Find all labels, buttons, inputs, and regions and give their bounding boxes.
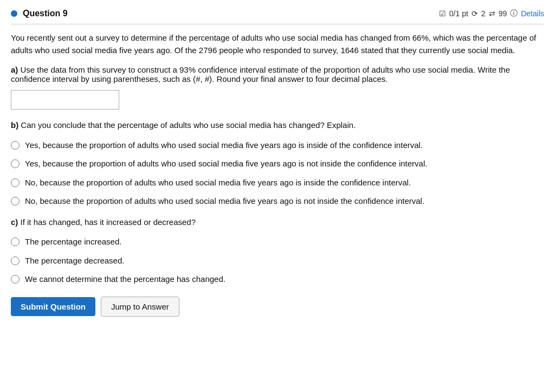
submit-question-button[interactable]: Submit Question xyxy=(11,297,95,316)
part-c-radio-3[interactable] xyxy=(11,275,20,284)
part-c-question-text: If it has changed, has it increased or d… xyxy=(21,217,196,227)
jump-to-answer-button[interactable]: Jump to Answer xyxy=(101,297,179,317)
score-value: 0/1 pt xyxy=(449,9,468,18)
attempts-icon: ⟳ xyxy=(472,9,478,18)
question-header-right: ☑ 0/1 pt ⟳ 2 ⇄ 99 ⓘ Details xyxy=(439,9,544,18)
part-b-label: b) xyxy=(11,120,18,130)
question-container: Question 9 ☑ 0/1 pt ⟳ 2 ⇄ 99 ⓘ Details Y… xyxy=(0,0,555,327)
info-icon: ⓘ xyxy=(510,9,518,18)
part-a-question: a) Use the data from this survey to cons… xyxy=(11,65,544,83)
question-body-text: You recently sent out a survey to determ… xyxy=(11,32,544,56)
details-link[interactable]: Details xyxy=(521,9,544,18)
part-a: a) Use the data from this survey to cons… xyxy=(11,65,544,110)
part-c-option-2[interactable]: The percentage decreased. xyxy=(11,255,544,267)
part-c-label: c) xyxy=(11,217,18,227)
question-header: Question 9 ☑ 0/1 pt ⟳ 2 ⇄ 99 ⓘ Details xyxy=(11,9,544,24)
part-c-option-3[interactable]: We cannot determine that the percentage … xyxy=(11,273,544,286)
part-b-question: b) Can you conclude that the percentage … xyxy=(11,119,544,132)
question-dot-icon xyxy=(11,10,17,17)
part-b-radio-4[interactable] xyxy=(11,197,20,205)
part-b-option-3-text: No, because the proportion of adults who… xyxy=(25,177,411,189)
part-a-question-text: Use the data from this survey to constru… xyxy=(11,65,510,83)
part-b: b) Can you conclude that the percentage … xyxy=(11,119,544,208)
part-b-option-2-text: Yes, because the proportion of adults wh… xyxy=(25,158,427,170)
part-b-option-4-text: No, because the proportion of adults who… xyxy=(25,195,424,208)
question-header-left: Question 9 xyxy=(11,9,68,18)
part-b-radio-1[interactable] xyxy=(11,141,20,150)
part-b-option-1-text: Yes, because the proportion of adults wh… xyxy=(25,139,423,152)
part-c-question: c) If it has changed, has it increased o… xyxy=(11,216,544,229)
part-a-label: a) xyxy=(11,65,18,74)
part-c: c) If it has changed, has it increased o… xyxy=(11,216,544,286)
part-c-option-1[interactable]: The percentage increased. xyxy=(11,236,544,248)
part-b-radio-2[interactable] xyxy=(11,159,20,168)
part-c-option-2-text: The percentage decreased. xyxy=(25,255,124,267)
confidence-interval-input[interactable] xyxy=(11,90,119,110)
part-a-input-area xyxy=(11,90,544,110)
submissions-icon: ⇄ xyxy=(489,9,495,18)
part-b-option-3[interactable]: No, because the proportion of adults who… xyxy=(11,177,544,189)
check-icon: ☑ xyxy=(439,9,446,18)
question-title: Question 9 xyxy=(23,9,68,18)
part-b-option-1[interactable]: Yes, because the proportion of adults wh… xyxy=(11,139,544,152)
part-b-question-text: Can you conclude that the percentage of … xyxy=(21,120,356,130)
part-c-option-1-text: The percentage increased. xyxy=(25,236,121,248)
part-b-option-2[interactable]: Yes, because the proportion of adults wh… xyxy=(11,158,544,170)
part-b-radio-3[interactable] xyxy=(11,178,20,187)
buttons-row: Submit Question Jump to Answer xyxy=(11,297,544,317)
part-c-radio-2[interactable] xyxy=(11,256,20,265)
part-c-radio-group: The percentage increased. The percentage… xyxy=(11,236,544,286)
part-c-radio-1[interactable] xyxy=(11,237,20,246)
attempts-value: 2 xyxy=(481,9,486,18)
part-c-option-3-text: We cannot determine that the percentage … xyxy=(25,273,225,286)
part-b-option-4[interactable]: No, because the proportion of adults who… xyxy=(11,195,544,208)
part-b-radio-group: Yes, because the proportion of adults wh… xyxy=(11,139,544,208)
submissions-value: 99 xyxy=(499,9,507,18)
